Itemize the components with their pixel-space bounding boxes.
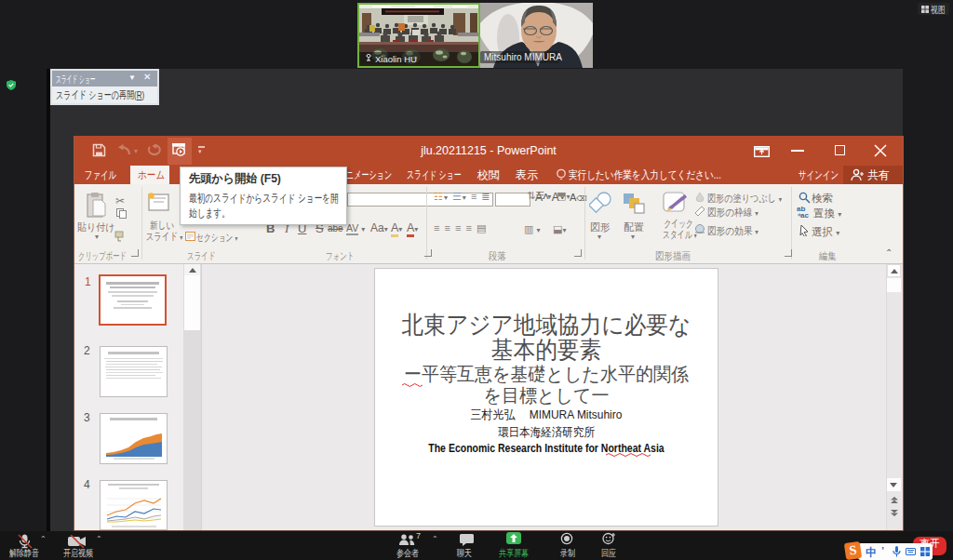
svg-text:ac: ac [800,211,809,218]
svg-text:Xiaolin HU: Xiaolin HU [375,54,417,64]
svg-text:Mitsuhiro MIMURA: Mitsuhiro MIMURA [484,52,562,62]
